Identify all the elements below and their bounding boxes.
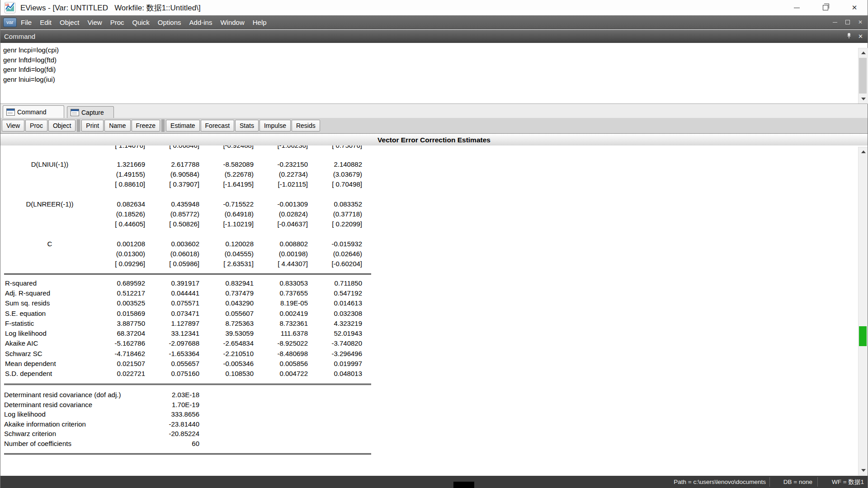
report-title: Vector Error Correction Estimates	[377, 136, 491, 144]
stat-row: Log likelihood 68.37204 33.12341 39.5305…	[0, 329, 378, 338]
child-close-icon[interactable]: ✕	[857, 19, 864, 26]
menu-proc[interactable]: Proc	[106, 15, 128, 29]
stat-row: Mean dependent 0.021507 0.055657 -0.0053…	[0, 359, 378, 368]
tab-label: Command	[17, 108, 47, 116]
summary-row: Akaike information criterion -23.81440	[4, 420, 199, 429]
view-button[interactable]: View	[2, 120, 24, 131]
print-button[interactable]: Print	[81, 120, 104, 131]
menubar: var File Edit Object View Proc Quick Opt…	[0, 15, 868, 29]
scrollbar-thumb[interactable]	[859, 58, 867, 94]
menu-object[interactable]: Object	[56, 15, 83, 29]
svg-text:10: 10	[5, 3, 9, 7]
vec-estimates-view: [ 1.14076] [ 0.06846] [-0.92488] [-1.062…	[0, 145, 868, 476]
eviews-window: 10 EViews - [Var: UNTITLED Workfile: 数据1…	[0, 0, 868, 488]
stat-row: Sum sq. resids 0.003525 0.075571 0.04329…	[0, 299, 378, 308]
toolbar-separator	[77, 119, 80, 132]
menu-view[interactable]: View	[83, 15, 106, 29]
tab-label: Capture	[81, 109, 104, 116]
stat-row: R-squared 0.689592 0.391917 0.832941 0.8…	[0, 279, 378, 288]
name-button[interactable]: Name	[104, 120, 130, 131]
menu-quick[interactable]: Quick	[128, 15, 153, 29]
close-icon[interactable]: ✕	[848, 1, 861, 14]
eviews-logo-icon: 10	[4, 2, 16, 14]
impulse-button[interactable]: Impulse	[259, 120, 291, 131]
menu-window[interactable]: Window	[216, 15, 248, 29]
command-line: genr lnftd=log(ftd)	[3, 56, 57, 64]
window-title: EViews - [Var: UNTITLED Workfile: 数据1::U…	[20, 3, 201, 13]
se-row: (1.49155) (6.90584) (5.22678) (0.22734) …	[0, 170, 378, 179]
status-db[interactable]: DB = none	[783, 476, 812, 488]
child-minimize-icon[interactable]	[831, 19, 839, 26]
coef-row: D(LNIUI(-1)) 1.321669 2.617788 -8.582089…	[0, 160, 378, 169]
table-separator	[4, 273, 371, 275]
stat-row: S.E. equation 0.015869 0.073471 0.055607…	[0, 309, 378, 318]
restore-icon[interactable]	[819, 1, 832, 14]
report-title-bar: Vector Error Correction Estimates	[0, 133, 868, 146]
stat-row: Schwarz SC -4.718462 -1.653364 -2.210510…	[0, 349, 378, 358]
menu-edit[interactable]: Edit	[36, 15, 56, 29]
summary-row: Log likelihood 333.8656	[4, 410, 199, 419]
table-separator	[4, 453, 371, 455]
child-restore-icon[interactable]	[844, 19, 851, 26]
scroll-up-icon[interactable]	[859, 147, 868, 156]
stat-row: Akaike AIC -5.162786 -2.097688 -2.654834…	[0, 339, 378, 348]
titlebar: 10 EViews - [Var: UNTITLED Workfile: 数据1…	[0, 0, 868, 15]
freeze-button[interactable]: Freeze	[132, 120, 160, 131]
var-icon[interactable]: var	[3, 18, 17, 27]
t-row: [ 0.44605] [ 0.50826] [-1.10219] [-0.046…	[0, 220, 378, 229]
stats-button[interactable]: Stats	[235, 120, 259, 131]
window-icon	[6, 108, 15, 116]
menu-options[interactable]: Options	[154, 15, 185, 29]
report-scrollbar[interactable]	[858, 147, 868, 475]
command-scrollbar[interactable]	[858, 48, 868, 104]
command-panel-title: Command	[4, 33, 35, 40]
menu-file[interactable]: File	[17, 15, 36, 29]
coef-row: D(LNREER(-1)) 0.082634 0.435948 -0.71552…	[0, 200, 378, 209]
command-input-area[interactable]: genr lncpi=log(cpi)genr lnftd=log(ftd)ge…	[0, 43, 868, 103]
command-line: genr lncpi=log(cpi)	[3, 46, 59, 54]
menu-addins[interactable]: Add-ins	[185, 15, 217, 29]
minimize-icon[interactable]	[790, 1, 803, 14]
resids-button[interactable]: Resids	[292, 120, 320, 131]
coef-row: C 0.001208 0.003602 0.120028 0.008802 -0…	[0, 239, 378, 249]
status-wf[interactable]: WF = 数据1	[832, 476, 864, 488]
status-path: Path = c:\users\lenovo\documents	[674, 476, 766, 488]
t-row: [ 0.09296] [ 0.05986] [ 2.63531] [ 4.443…	[0, 259, 378, 268]
table-separator	[4, 384, 371, 385]
estimate-button[interactable]: Estimate	[166, 120, 199, 131]
stat-row: F-statistic 3.887750 1.127897 8.725363 8…	[0, 319, 378, 328]
pin-icon[interactable]	[846, 33, 852, 40]
se-row: (0.01300) (0.06018) (0.04555) (0.00198) …	[0, 249, 378, 258]
stat-row: S.D. dependent 0.022721 0.075160 0.10853…	[0, 369, 378, 378]
forecast-button[interactable]: Forecast	[201, 120, 234, 131]
status-divider	[769, 477, 770, 487]
command-history: genr lncpi=log(cpi)genr lnftd=log(ftd)ge…	[3, 45, 59, 84]
command-line: genr lniui=log(iui)	[3, 75, 55, 83]
stat-row: Adj. R-squared 0.512217 0.044441 0.73747…	[0, 289, 378, 298]
menu-help[interactable]: Help	[249, 15, 271, 29]
scroll-down-icon[interactable]	[859, 466, 868, 475]
object-toolbar: View Proc Object Print Name Freeze Estim…	[0, 118, 868, 133]
t-row: [ 0.88610] [ 0.37907] [-1.64195] [-1.021…	[0, 180, 378, 189]
summary-row: Determinant resid covariance (dof adj.) …	[4, 390, 199, 399]
proc-button[interactable]: Proc	[25, 120, 47, 131]
scrollbar-thumb[interactable]	[859, 326, 867, 346]
tab-command[interactable]: Command	[3, 105, 64, 118]
command-line: genr lnfdi=log(fdi)	[3, 66, 56, 73]
toolbar-separator	[161, 119, 165, 132]
panel-tabs: Command Capture	[0, 103, 868, 118]
object-button[interactable]: Object	[48, 120, 75, 131]
close-icon[interactable]: ✕	[858, 33, 863, 40]
tab-capture[interactable]: Capture	[67, 106, 114, 118]
se-row: (0.18526) (0.85772) (0.64918) (0.02824) …	[0, 210, 378, 219]
summary-row: Determinant resid covariance 1.70E-19	[4, 400, 199, 409]
summary-row: Schwarz criterion -20.85224	[4, 429, 199, 438]
status-divider	[817, 477, 818, 487]
vec-partial-row: [ 1.14076] [ 0.06846] [-0.92488] [-1.062…	[0, 145, 378, 150]
summary-row: Number of coefficients 60	[4, 439, 199, 448]
scroll-up-icon[interactable]	[859, 48, 868, 57]
scroll-down-icon[interactable]	[859, 94, 868, 103]
command-panel-titlebar: Command ✕	[0, 30, 868, 43]
taskbar-fragment	[453, 482, 474, 488]
statusbar: Path = c:\users\lenovo\documents DB = no…	[0, 476, 868, 488]
